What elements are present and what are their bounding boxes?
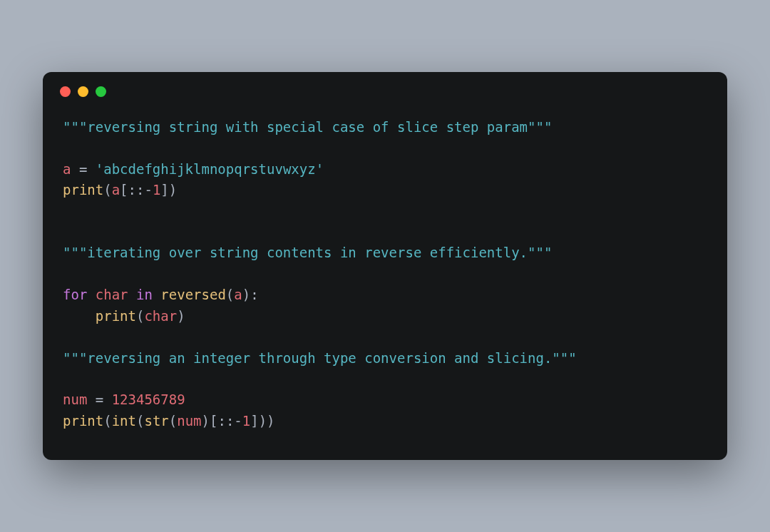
function-call: print xyxy=(63,413,103,429)
code-editor[interactable]: """reversing string with special case of… xyxy=(43,103,727,461)
operator: = xyxy=(87,392,111,407)
indent xyxy=(63,308,96,324)
space xyxy=(87,287,95,302)
variable: num xyxy=(177,413,201,429)
paren: ( xyxy=(226,287,234,302)
operator: = xyxy=(71,161,95,177)
string-literal: 'abcdefghijklmnopqrstuvwxyz' xyxy=(96,161,324,177)
bracket: ]) xyxy=(160,182,177,198)
operator: - xyxy=(144,182,152,198)
keyword: in xyxy=(136,287,153,302)
variable: num xyxy=(63,392,87,407)
function-call: str xyxy=(144,413,168,429)
bracket: [:: xyxy=(210,413,234,429)
paren: ): xyxy=(242,287,259,302)
number: 1 xyxy=(153,182,160,198)
variable: a xyxy=(63,161,71,177)
variable: char xyxy=(96,287,128,302)
paren: ( xyxy=(169,413,177,429)
paren: ( xyxy=(103,182,111,198)
docstring: """reversing string with special case of… xyxy=(63,119,552,135)
minimize-icon[interactable] xyxy=(78,86,88,97)
paren: ) xyxy=(177,308,185,324)
paren: ( xyxy=(136,413,144,429)
variable: a xyxy=(112,182,120,198)
docstring: """iterating over string contents in rev… xyxy=(63,245,552,260)
number: 123456789 xyxy=(112,392,185,407)
paren: ( xyxy=(103,413,111,429)
function-call: reversed xyxy=(160,287,226,302)
keyword: for xyxy=(63,287,87,302)
variable: a xyxy=(234,287,242,302)
bracket: [:: xyxy=(120,182,144,198)
function-call: int xyxy=(112,413,136,429)
paren: ( xyxy=(136,308,144,324)
close-icon[interactable] xyxy=(60,86,71,97)
space xyxy=(153,287,160,302)
function-call: print xyxy=(63,182,103,198)
maximize-icon[interactable] xyxy=(96,86,106,97)
paren: ) xyxy=(202,413,210,429)
space xyxy=(128,287,136,302)
code-window: """reversing string with special case of… xyxy=(43,72,727,461)
operator: - xyxy=(234,413,242,429)
variable: char xyxy=(144,308,177,324)
titlebar xyxy=(43,72,727,103)
docstring: """reversing an integer through type con… xyxy=(63,350,577,366)
function-call: print xyxy=(96,308,136,324)
number: 1 xyxy=(242,413,250,429)
bracket: ])) xyxy=(250,413,274,429)
